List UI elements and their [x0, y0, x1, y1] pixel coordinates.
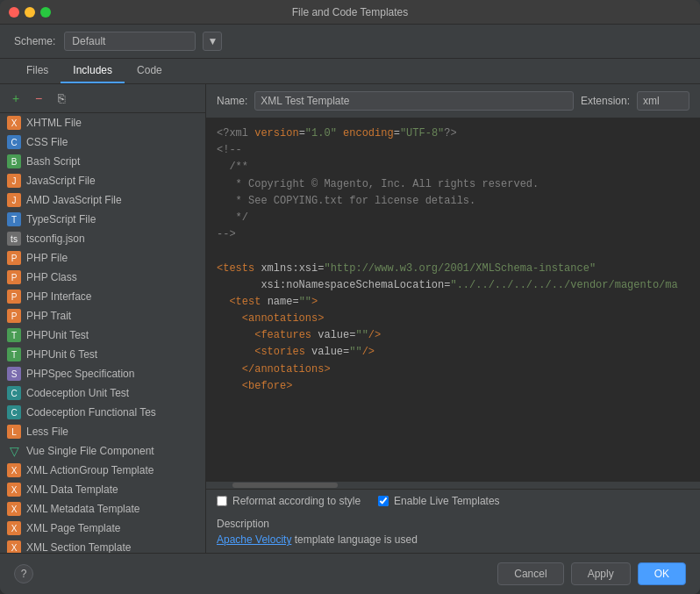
- list-item[interactable]: X XML Data Template: [0, 480, 205, 499]
- php-class-icon: P: [7, 270, 21, 284]
- ok-button[interactable]: OK: [638, 562, 686, 585]
- list-item[interactable]: C CSS File: [0, 132, 205, 152]
- list-item[interactable]: P PHP Interface: [0, 287, 205, 306]
- list-item-label: PHP Class: [26, 271, 77, 283]
- copy-button[interactable]: ⎘: [53, 89, 70, 107]
- reformat-checkbox[interactable]: [217, 496, 227, 506]
- tab-code[interactable]: Code: [125, 59, 175, 83]
- extension-input[interactable]: [637, 91, 689, 111]
- apply-button[interactable]: Apply: [571, 562, 631, 585]
- scheme-select[interactable]: Default Project: [64, 32, 196, 51]
- xml-data-icon: X: [7, 483, 21, 497]
- code-line: * Copyright © Magento, Inc. All rights r…: [217, 176, 689, 193]
- less-icon: L: [7, 425, 21, 439]
- list-item[interactable]: T PHPUnit 6 Test: [0, 345, 205, 364]
- vue-icon: ▽: [7, 444, 21, 458]
- phpunit-icon: T: [7, 328, 21, 342]
- code-line: <tests xmlns:xsi="http://www.w3.org/2001…: [217, 261, 689, 277]
- description-text: Apache Velocity template language is use…: [217, 533, 689, 546]
- list-item-label: Bash Script: [26, 155, 80, 168]
- tab-files[interactable]: Files: [14, 59, 61, 83]
- list-item[interactable]: B Bash Script: [0, 152, 205, 171]
- list-item[interactable]: X XML ActionGroup Template: [0, 461, 205, 480]
- list-item[interactable]: P PHP Class: [0, 268, 205, 287]
- maximize-button[interactable]: [40, 7, 51, 18]
- list-item[interactable]: S PHPSpec Specification: [0, 364, 205, 383]
- code-line: [217, 243, 689, 260]
- list-item[interactable]: X XML Metadata Template: [0, 499, 205, 519]
- code-line: /**: [217, 159, 689, 175]
- phpspec-icon: S: [7, 367, 21, 381]
- list-item-label: XML Page Template: [26, 522, 120, 534]
- list-item-label: XHTML File: [26, 117, 82, 129]
- list-item[interactable]: C Codeception Functional Tes: [0, 403, 205, 422]
- name-input[interactable]: [254, 91, 574, 111]
- code-line: <features value=""/>: [217, 327, 689, 344]
- list-item[interactable]: T TypeScript File: [0, 210, 205, 229]
- list-item-label: XML Data Template: [26, 483, 118, 496]
- list-item[interactable]: X XHTML File: [0, 113, 205, 132]
- minimize-button[interactable]: [25, 7, 35, 18]
- code-line: -->: [217, 226, 689, 243]
- list-item[interactable]: L Less File: [0, 422, 205, 441]
- scheme-dropdown-arrow[interactable]: ▼: [203, 32, 222, 51]
- list-item-label: PHP Trait: [26, 310, 71, 322]
- xml-page-icon: X: [7, 521, 21, 535]
- tsconfig-icon: ts: [7, 232, 21, 246]
- cancel-button[interactable]: Cancel: [497, 562, 563, 585]
- apache-velocity-link[interactable]: Apache Velocity: [217, 533, 291, 546]
- list-item[interactable]: ts tsconfig.json: [0, 229, 205, 248]
- description-label: Description: [217, 518, 689, 530]
- scheme-label: Scheme:: [14, 35, 55, 47]
- horizontal-scrollbar[interactable]: [206, 482, 700, 489]
- options-bar: Reformat according to style Enable Live …: [206, 489, 700, 512]
- xml-metadata-icon: X: [7, 502, 21, 516]
- php-icon: P: [7, 251, 21, 265]
- code-line: </annotations>: [217, 361, 689, 378]
- list-item[interactable]: T PHPUnit Test: [0, 326, 205, 345]
- css-icon: C: [7, 135, 21, 149]
- list-item-label: Vue Single File Component: [26, 445, 154, 457]
- right-panel: Name: Extension: <?xml version="1.0" enc…: [206, 84, 700, 553]
- list-item[interactable]: ▽ Vue Single File Component: [0, 441, 205, 461]
- php-interface-icon: P: [7, 290, 21, 304]
- xml-section-icon: X: [7, 540, 21, 553]
- list-item-label: TypeScript File: [26, 213, 96, 225]
- code-line: <annotations>: [217, 311, 689, 327]
- code-line: */: [217, 210, 689, 226]
- list-item-label: PHPUnit Test: [26, 329, 89, 341]
- code-line: <before>: [217, 378, 689, 395]
- code-line: <?xml version="1.0" encoding="UTF-8"?>: [217, 125, 689, 142]
- list-item[interactable]: P PHP File: [0, 248, 205, 268]
- list-item[interactable]: J JavaScript File: [0, 171, 205, 190]
- list-item[interactable]: P PHP Trait: [0, 306, 205, 326]
- remove-button[interactable]: −: [30, 89, 47, 107]
- phpunit6-icon: T: [7, 347, 21, 361]
- list-item-label: PHP Interface: [26, 290, 91, 303]
- live-templates-checkbox-group: Enable Live Templates: [378, 495, 500, 507]
- main-content: + − ⎘ X XHTML File C CSS File B Bash Scr…: [0, 84, 700, 553]
- live-templates-checkbox[interactable]: [378, 496, 389, 506]
- xml-actiongroup-icon: X: [7, 463, 21, 477]
- list-item-label: PHPSpec Specification: [26, 368, 134, 380]
- code-line: <test name="">: [217, 294, 689, 311]
- list-item[interactable]: X XML Page Template: [0, 519, 205, 538]
- help-button[interactable]: ?: [14, 564, 33, 583]
- description-area: Description Apache Velocity template lan…: [206, 512, 700, 553]
- action-buttons: Cancel Apply OK: [497, 562, 686, 585]
- list-item-label: tsconfig.json: [26, 233, 85, 245]
- list-item-label: XML ActionGroup Template: [26, 464, 154, 476]
- list-item[interactable]: J AMD JavaScript File: [0, 190, 205, 210]
- scrollbar-thumb[interactable]: [232, 483, 338, 488]
- code-editor[interactable]: <?xml version="1.0" encoding="UTF-8"?> <…: [206, 118, 700, 482]
- list-item-label: JavaScript File: [26, 175, 96, 187]
- close-button[interactable]: [9, 7, 19, 18]
- window-title: File and Code Templates: [292, 6, 409, 18]
- add-button[interactable]: +: [7, 89, 25, 107]
- reformat-label: Reformat according to style: [232, 495, 361, 507]
- code-line: * See COPYING.txt for license details.: [217, 193, 689, 210]
- tab-includes[interactable]: Includes: [61, 59, 125, 83]
- list-item[interactable]: X XML Section Template: [0, 538, 205, 553]
- list-item[interactable]: C Codeception Unit Test: [0, 383, 205, 403]
- xhtml-icon: X: [7, 116, 21, 130]
